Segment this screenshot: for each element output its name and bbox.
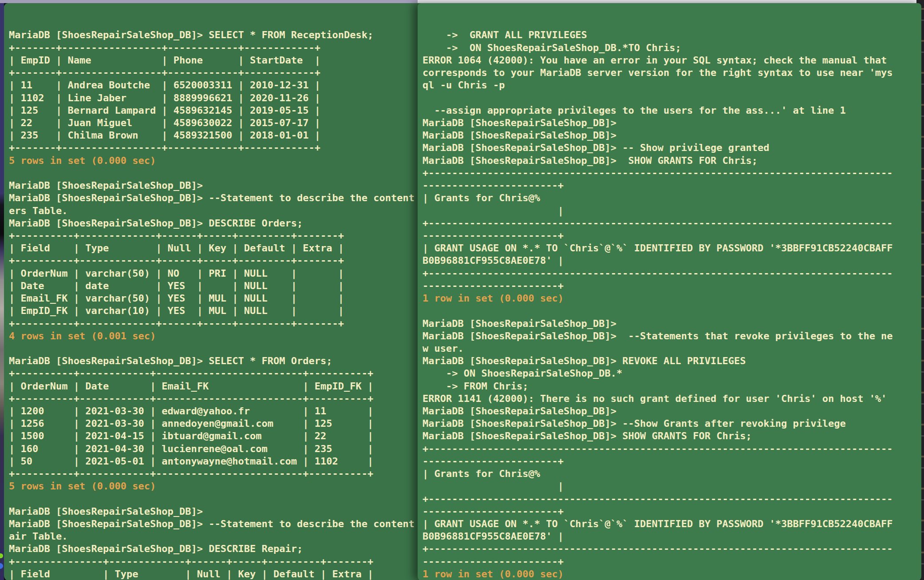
terminal-line: +----------+-------------+------+-----+-… [9,254,457,267]
terminal-window-left[interactable]: MariaDB [ShoesRepairSaleShop_DB]> SELECT… [4,3,457,580]
terminal-line: +-------+-----------------+------------+… [9,142,457,154]
terminal-line: MariaDB [ShoesRepairSaleShop_DB]> -- Sho… [423,142,921,154]
terminal-line: MariaDB [ShoesRepairSaleShop_DB]> DESCRI… [9,543,457,555]
terminal-line: | Email_FK | varchar(50) | YES | MUL | N… [9,292,457,305]
terminal-line: -----------------------+ [423,455,921,468]
terminal-line: -----------------------+ [423,280,921,292]
terminal-line: MariaDB [ShoesRepairSaleShop_DB]> [423,129,921,142]
terminal-line: MariaDB [ShoesRepairSaleShop_DB]> [423,405,921,417]
terminal-line: MariaDB [ShoesRepairSaleShop_DB]> --Stat… [9,192,457,204]
terminal-line: | [423,205,921,217]
terminal-line: | [423,480,921,493]
terminal-line: MariaDB [ShoesRepairSaleShop_DB]> SELECT… [9,355,457,367]
terminal-line: MariaDB [ShoesRepairSaleShop_DB]> [423,117,921,129]
terminal-line: MariaDB [ShoesRepairSaleShop_DB]> [423,318,921,330]
terminal-line: corresponds to your MariaDB server versi… [423,67,921,79]
desktop-top-strip-right [418,0,924,3]
terminal-line: | 1256 | 2021-03-30 | annedoyen@gmail.co… [9,417,457,430]
terminal-result-line: 4 rows in set (0.001 sec) [9,330,457,342]
terminal-line: MariaDB [ShoesRepairSaleShop_DB]> REVOKE… [423,355,921,367]
terminal-line: MariaDB [ShoesRepairSaleShop_DB]> [9,179,457,192]
terminal-line: B0B96881CF955C8AE0E78' | [423,530,921,543]
terminal-line: +---------------------------------------… [423,543,921,555]
terminal-line: --assign appropriate privileges to the u… [423,104,921,117]
terminal-line: +----------+------------+---------------… [9,393,457,405]
dock-icon-sliver-blue [0,563,3,569]
terminal-line: w user. [423,342,921,355]
terminal-line: | Field | Type | Null | Key | Default | … [9,242,457,254]
terminal-line: | Grants for Chris@% [423,468,921,480]
terminal-line: +---------------------------------------… [423,217,921,230]
terminal-line [9,493,457,505]
dock-icon-sliver-green [0,553,3,558]
terminal-line: -> ON ShoesRepairSaleShop_DB.* [423,367,921,380]
terminal-line: | 125 | Bernard Lampard | 4589632145 | 2… [9,104,457,117]
terminal-line [9,167,457,179]
terminal-line: ql -u Chris -p [423,79,921,91]
terminal-line: | 1102 | Line Jaber | 8889996621 | 2020-… [9,92,457,104]
terminal-line: | EmpID_FK | varchar(10) | YES | MUL | N… [9,305,457,317]
terminal-line: | 235 | Chilma Brown | 4589321500 | 2018… [9,129,457,142]
terminal-line: | 22 | Juan Miguel | 4589630022 | 2015-0… [9,117,457,129]
terminal-line: | EmpID | Name | Phone | StartDate | [9,54,457,67]
terminal-result-line: 5 rows in set (0.000 sec) [9,480,457,493]
terminal-line: +----------+------------+---------------… [9,468,457,480]
terminal-result-line: 1 row in set (0.000 sec) [423,292,921,305]
terminal-line: ERROR 1064 (42000): You have an error in… [423,54,921,67]
terminal-line: MariaDB [ShoesRepairSaleShop_DB]> DESCRI… [9,217,457,230]
terminal-line: B0B96881CF955C8AE0E78' | [423,254,921,267]
terminal-line: +---------------------------------------… [423,443,921,455]
terminal-line: -> FROM Chris; [423,380,921,393]
terminal-line: | Field | Type | Null | Key | Default | … [9,568,457,580]
terminal-line: +---------------------------------------… [423,167,921,179]
terminal-line: MariaDB [ShoesRepairSaleShop_DB]> SHOW G… [423,155,921,167]
terminal-line: | OrderNum | Date | Email_FK | EmpID_FK … [9,380,457,393]
terminal-line: +----------+------------+---------------… [9,367,457,380]
terminal-line: -> GRANT ALL PRIVILEGES [423,29,921,41]
terminal-result-line: 1 row in set (0.000 sec) [423,568,921,580]
terminal-line: -----------------------+ [423,179,921,192]
terminal-line: air Table. [9,530,457,543]
terminal-line: +---------------------------------------… [423,493,921,505]
terminal-line: MariaDB [ShoesRepairSaleShop_DB]> [9,505,457,518]
terminal-line: MariaDB [ShoesRepairSaleShop_DB]> SHOW G… [423,430,921,442]
desktop-edge-left [0,3,4,580]
terminal-line: | GRANT USAGE ON *.* TO `Chris`@`%` IDEN… [423,242,921,254]
terminal-line [9,342,457,355]
terminal-line: | Date | date | YES | | NULL | | [9,280,457,292]
terminal-output-left: MariaDB [ShoesRepairSaleShop_DB]> SELECT… [9,29,457,580]
terminal-line: MariaDB [ShoesRepairSaleShop_DB]> --Stat… [9,518,457,530]
terminal-line: | 50 | 2021-05-01 | antonywayne@hotmail.… [9,455,457,468]
terminal-line: | 11 | Andrea Boutche | 6520003311 | 201… [9,79,457,91]
terminal-line: | 1200 | 2021-03-30 | edward@yahoo.fr | … [9,405,457,417]
terminal-line: -> ON ShoesRepairSaleShop_DB.*TO Chris; [423,42,921,54]
terminal-line: MariaDB [ShoesRepairSaleShop_DB]> SELECT… [9,29,457,41]
terminal-line [423,305,921,317]
terminal-line: -----------------------+ [423,505,921,518]
terminal-line: -----------------------+ [423,230,921,242]
terminal-line: | OrderNum | varchar(50) | NO | PRI | NU… [9,267,457,280]
terminal-line: | GRANT USAGE ON *.* TO `Chris`@`%` IDEN… [423,518,921,530]
terminal-line: ers Table. [9,205,457,217]
terminal-line: MariaDB [ShoesRepairSaleShop_DB]> --Stat… [423,330,921,342]
terminal-line: +---------------+-------------+------+--… [9,556,457,568]
terminal-line: | Grants for Chris@% [423,192,921,204]
terminal-line: ERROR 1141 (42000): There is no such gra… [423,393,921,405]
terminal-line: +----------+-------------+------+-----+-… [9,230,457,242]
terminal-line: | 160 | 2021-04-30 | lucienrene@oal.com … [9,443,457,455]
terminal-line: +---------------------------------------… [423,267,921,280]
terminal-line: +-------+-----------------+------------+… [9,42,457,54]
terminal-line: +----------+-------------+------+-----+-… [9,318,457,330]
terminal-result-line: 5 rows in set (0.000 sec) [9,155,457,167]
terminal-line: +-------+-----------------+------------+… [9,67,457,79]
terminal-line: | 1500 | 2021-04-15 | ibtuard@gmail.com … [9,430,457,442]
desktop-top-strip-left [0,0,418,3]
terminal-line: MariaDB [ShoesRepairSaleShop_DB]> --Show… [423,417,921,430]
terminal-window-right[interactable]: -> GRANT ALL PRIVILEGES -> ON ShoesRepai… [418,3,921,580]
terminal-output-right: -> GRANT ALL PRIVILEGES -> ON ShoesRepai… [423,29,921,580]
terminal-line [423,92,921,104]
terminal-line: -----------------------+ [423,556,921,568]
